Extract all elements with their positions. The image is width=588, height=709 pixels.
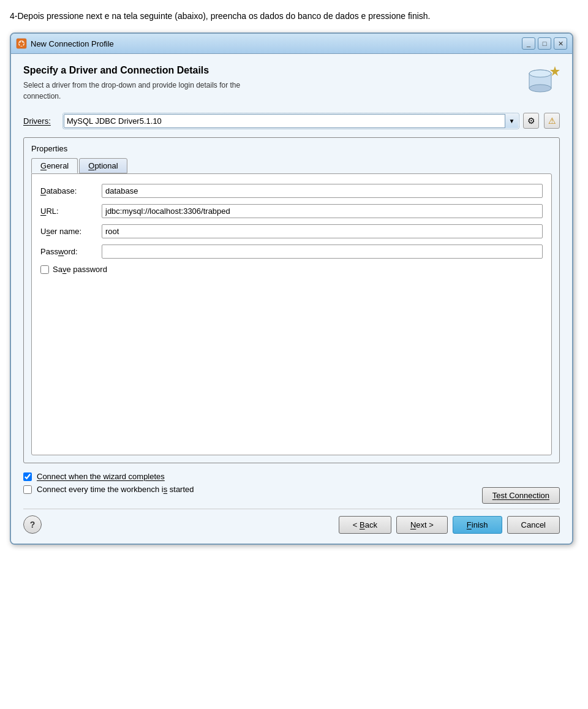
url-label: URL: <box>40 207 102 216</box>
driver-settings-button[interactable]: ⚙ <box>523 113 539 129</box>
connect-workbench-row: Connect every time the workbench is star… <box>23 485 194 494</box>
title-bar-left: New Connection Profile <box>16 38 114 49</box>
connect-wizard-row: Connect when the wizard completes <box>23 472 194 481</box>
dialog-window: New Connection Profile _ □ ✕ Specify a D… <box>10 32 573 545</box>
header-section: Specify a Driver and Connection Details … <box>23 65 560 102</box>
bottom-checkboxes: Connect when the wizard completes Connec… <box>23 472 194 498</box>
page-wrapper: 4-Depois pressione next e na tela seguin… <box>0 0 588 709</box>
drivers-row: Drivers: MySQL JDBC Driver5.1.10 ▼ ⚙ ⚠ <box>23 113 560 129</box>
connect-wizard-checkbox[interactable] <box>23 472 32 481</box>
instruction-text: 4-Depois pressione next e na tela seguin… <box>10 10 578 23</box>
save-password-checkbox[interactable] <box>40 265 49 274</box>
back-button[interactable]: < Back <box>339 516 391 534</box>
connect-workbench-checkbox[interactable] <box>23 485 32 494</box>
save-password-label: Save password <box>53 265 107 274</box>
properties-group: Properties General Optional Databas <box>23 137 560 463</box>
connect-workbench-label: Connect every time the workbench is star… <box>37 485 194 494</box>
window-body: Specify a Driver and Connection Details … <box>11 54 572 544</box>
header-title: Specify a Driver and Connection Details <box>23 65 240 76</box>
header-icon-svg <box>526 65 560 97</box>
driver-warning-button[interactable]: ⚠ <box>544 113 560 129</box>
window-icon <box>16 38 27 49</box>
finish-button[interactable]: Finish <box>453 516 502 534</box>
gear-icon: ⚙ <box>527 116 535 126</box>
bottom-section: Connect when the wizard completes Connec… <box>23 472 560 504</box>
username-input[interactable] <box>102 224 543 238</box>
drivers-select[interactable]: MySQL JDBC Driver5.1.10 <box>64 114 518 128</box>
header-subtitle: Select a driver from the drop-down and p… <box>23 80 240 102</box>
title-bar-controls: _ □ ✕ <box>522 37 567 50</box>
next-button[interactable]: Next > <box>396 516 448 534</box>
drivers-select-wrapper: MySQL JDBC Driver5.1.10 ▼ <box>64 114 518 128</box>
password-input[interactable] <box>102 245 543 259</box>
url-row: URL: <box>40 204 543 218</box>
title-bar: New Connection Profile _ □ ✕ <box>11 34 572 54</box>
drivers-label: Drivers: <box>23 116 59 126</box>
svg-point-5 <box>529 85 551 92</box>
maximize-button[interactable]: □ <box>538 37 551 50</box>
database-label: Database: <box>40 186 102 195</box>
tab-general[interactable]: General <box>31 158 78 173</box>
header-text-block: Specify a Driver and Connection Details … <box>23 65 240 102</box>
url-input[interactable] <box>102 204 543 218</box>
test-connection-button[interactable]: Test Connection <box>482 487 560 504</box>
footer-buttons: ? < Back Next > Finish Cancel <box>23 509 560 534</box>
tabs-bar: General Optional <box>31 158 552 173</box>
minimize-button[interactable]: _ <box>522 37 535 50</box>
username-row: User name: <box>40 224 543 238</box>
database-row: Database: <box>40 184 543 198</box>
window-title: New Connection Profile <box>31 39 114 48</box>
save-password-row: Save password <box>40 265 543 274</box>
footer-right: < Back Next > Finish Cancel <box>339 516 560 534</box>
close-button[interactable]: ✕ <box>554 37 567 50</box>
database-input[interactable] <box>102 184 543 198</box>
help-button[interactable]: ? <box>23 515 42 534</box>
tab-panel-general: Database: URL: User name: <box>31 173 552 455</box>
properties-legend: Properties <box>31 144 552 153</box>
svg-point-6 <box>529 70 551 77</box>
tab-optional[interactable]: Optional <box>79 158 127 173</box>
password-row: Password: <box>40 245 543 259</box>
username-label: User name: <box>40 227 102 236</box>
header-icon <box>526 65 560 99</box>
connect-wizard-label: Connect when the wizard completes <box>37 472 165 481</box>
password-label: Password: <box>40 247 102 256</box>
cancel-button[interactable]: Cancel <box>507 516 560 534</box>
footer-left: ? <box>23 515 42 534</box>
warning-icon: ⚠ <box>548 116 556 126</box>
